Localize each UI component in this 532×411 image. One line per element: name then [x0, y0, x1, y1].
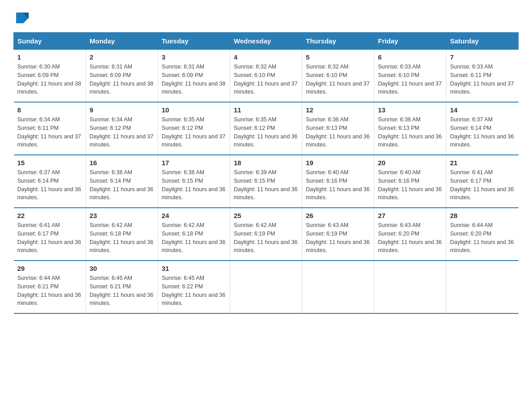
weekday-header-monday: Monday [86, 33, 158, 50]
calendar-cell: 17Sunrise: 6:38 AMSunset: 6:15 PMDayligh… [158, 155, 230, 208]
day-number: 20 [378, 159, 442, 167]
weekday-header-row: SundayMondayTuesdayWednesdayThursdayFrid… [14, 33, 519, 50]
calendar-cell: 21Sunrise: 6:41 AMSunset: 6:17 PMDayligh… [446, 155, 519, 208]
day-number: 30 [90, 265, 154, 272]
day-number: 29 [17, 265, 82, 272]
day-info: Sunrise: 6:42 AMSunset: 6:18 PMDaylight:… [90, 221, 154, 255]
calendar-week-row-2: 8Sunrise: 6:34 AMSunset: 6:11 PMDaylight… [14, 102, 519, 155]
day-number: 19 [306, 159, 370, 167]
calendar-cell: 5Sunrise: 6:32 AMSunset: 6:10 PMDaylight… [302, 50, 374, 103]
day-number: 1 [17, 53, 82, 61]
day-number: 17 [162, 159, 226, 167]
day-info: Sunrise: 6:34 AMSunset: 6:12 PMDaylight:… [90, 116, 154, 149]
day-number: 27 [378, 212, 442, 219]
day-info: Sunrise: 6:35 AMSunset: 6:12 PMDaylight:… [234, 116, 298, 149]
day-info: Sunrise: 6:43 AMSunset: 6:20 PMDaylight:… [378, 221, 442, 255]
day-number: 15 [17, 159, 82, 167]
calendar-week-row-5: 29Sunrise: 6:44 AMSunset: 6:21 PMDayligh… [14, 261, 519, 313]
weekday-header-tuesday: Tuesday [158, 33, 230, 50]
day-info: Sunrise: 6:44 AMSunset: 6:20 PMDaylight:… [450, 221, 515, 255]
day-info: Sunrise: 6:38 AMSunset: 6:15 PMDaylight:… [162, 168, 226, 202]
calendar-cell: 14Sunrise: 6:37 AMSunset: 6:14 PMDayligh… [446, 102, 519, 155]
calendar-cell [302, 261, 374, 313]
page-header [13, 9, 519, 25]
calendar-cell: 9Sunrise: 6:34 AMSunset: 6:12 PMDaylight… [86, 102, 158, 155]
weekday-header-saturday: Saturday [446, 33, 519, 50]
day-number: 26 [306, 212, 370, 219]
day-info: Sunrise: 6:30 AMSunset: 6:09 PMDaylight:… [17, 63, 82, 96]
day-info: Sunrise: 6:32 AMSunset: 6:10 PMDaylight:… [234, 63, 298, 96]
calendar-cell: 15Sunrise: 6:37 AMSunset: 6:14 PMDayligh… [14, 155, 86, 208]
day-number: 22 [17, 212, 82, 219]
day-number: 23 [90, 212, 154, 219]
calendar-cell: 13Sunrise: 6:36 AMSunset: 6:13 PMDayligh… [374, 102, 446, 155]
calendar-week-row-3: 15Sunrise: 6:37 AMSunset: 6:14 PMDayligh… [14, 155, 519, 208]
calendar-cell: 10Sunrise: 6:35 AMSunset: 6:12 PMDayligh… [158, 102, 230, 155]
day-info: Sunrise: 6:37 AMSunset: 6:14 PMDaylight:… [450, 116, 515, 149]
day-info: Sunrise: 6:31 AMSunset: 6:09 PMDaylight:… [90, 63, 154, 96]
day-info: Sunrise: 6:34 AMSunset: 6:11 PMDaylight:… [17, 116, 82, 149]
day-info: Sunrise: 6:40 AMSunset: 6:16 PMDaylight:… [306, 168, 370, 202]
calendar-cell: 2Sunrise: 6:31 AMSunset: 6:09 PMDaylight… [86, 50, 158, 103]
day-info: Sunrise: 6:42 AMSunset: 6:19 PMDaylight:… [234, 221, 298, 255]
day-number: 6 [378, 53, 442, 61]
day-info: Sunrise: 6:45 AMSunset: 6:22 PMDaylight:… [162, 274, 226, 308]
day-number: 8 [17, 106, 82, 114]
day-number: 11 [234, 106, 298, 114]
calendar-cell: 6Sunrise: 6:33 AMSunset: 6:10 PMDaylight… [374, 50, 446, 103]
day-number: 24 [162, 212, 226, 219]
calendar-week-row-1: 1Sunrise: 6:30 AMSunset: 6:09 PMDaylight… [14, 50, 519, 103]
day-number: 28 [450, 212, 515, 219]
weekday-header-sunday: Sunday [14, 33, 86, 50]
day-number: 31 [162, 265, 226, 272]
day-number: 21 [450, 159, 515, 167]
day-info: Sunrise: 6:37 AMSunset: 6:14 PMDaylight:… [17, 168, 82, 202]
day-number: 18 [234, 159, 298, 167]
day-number: 16 [90, 159, 154, 167]
calendar-cell: 24Sunrise: 6:42 AMSunset: 6:18 PMDayligh… [158, 208, 230, 261]
day-number: 10 [162, 106, 226, 114]
day-info: Sunrise: 6:33 AMSunset: 6:11 PMDaylight:… [450, 63, 515, 96]
calendar-cell: 1Sunrise: 6:30 AMSunset: 6:09 PMDaylight… [14, 50, 86, 103]
day-info: Sunrise: 6:42 AMSunset: 6:18 PMDaylight:… [162, 221, 226, 255]
calendar-cell: 16Sunrise: 6:38 AMSunset: 6:14 PMDayligh… [86, 155, 158, 208]
calendar-cell: 26Sunrise: 6:43 AMSunset: 6:19 PMDayligh… [302, 208, 374, 261]
calendar-cell: 7Sunrise: 6:33 AMSunset: 6:11 PMDaylight… [446, 50, 519, 103]
logo-icon [14, 9, 30, 25]
weekday-header-thursday: Thursday [302, 33, 374, 50]
calendar-cell: 12Sunrise: 6:36 AMSunset: 6:13 PMDayligh… [302, 102, 374, 155]
day-number: 12 [306, 106, 370, 114]
day-info: Sunrise: 6:36 AMSunset: 6:13 PMDaylight:… [378, 116, 442, 149]
day-info: Sunrise: 6:35 AMSunset: 6:12 PMDaylight:… [162, 116, 226, 149]
calendar-cell: 11Sunrise: 6:35 AMSunset: 6:12 PMDayligh… [230, 102, 302, 155]
day-number: 4 [234, 53, 298, 61]
day-number: 9 [90, 106, 154, 114]
calendar-cell: 3Sunrise: 6:31 AMSunset: 6:09 PMDaylight… [158, 50, 230, 103]
day-info: Sunrise: 6:44 AMSunset: 6:21 PMDaylight:… [17, 274, 82, 308]
day-info: Sunrise: 6:32 AMSunset: 6:10 PMDaylight:… [306, 63, 370, 96]
logo [13, 9, 31, 25]
calendar-week-row-4: 22Sunrise: 6:41 AMSunset: 6:17 PMDayligh… [14, 208, 519, 261]
calendar-cell: 28Sunrise: 6:44 AMSunset: 6:20 PMDayligh… [446, 208, 519, 261]
calendar-table: SundayMondayTuesdayWednesdayThursdayFrid… [13, 32, 519, 314]
day-number: 13 [378, 106, 442, 114]
calendar-cell: 27Sunrise: 6:43 AMSunset: 6:20 PMDayligh… [374, 208, 446, 261]
calendar-cell: 25Sunrise: 6:42 AMSunset: 6:19 PMDayligh… [230, 208, 302, 261]
day-number: 2 [90, 53, 154, 61]
day-info: Sunrise: 6:41 AMSunset: 6:17 PMDaylight:… [450, 168, 515, 202]
day-info: Sunrise: 6:33 AMSunset: 6:10 PMDaylight:… [378, 63, 442, 96]
day-info: Sunrise: 6:31 AMSunset: 6:09 PMDaylight:… [162, 63, 226, 96]
weekday-header-wednesday: Wednesday [230, 33, 302, 50]
calendar-cell: 31Sunrise: 6:45 AMSunset: 6:22 PMDayligh… [158, 261, 230, 313]
calendar-cell: 22Sunrise: 6:41 AMSunset: 6:17 PMDayligh… [14, 208, 86, 261]
calendar-cell: 30Sunrise: 6:45 AMSunset: 6:21 PMDayligh… [86, 261, 158, 313]
calendar-cell: 19Sunrise: 6:40 AMSunset: 6:16 PMDayligh… [302, 155, 374, 208]
calendar-cell: 8Sunrise: 6:34 AMSunset: 6:11 PMDaylight… [14, 102, 86, 155]
calendar-cell [446, 261, 519, 313]
calendar-cell: 18Sunrise: 6:39 AMSunset: 6:15 PMDayligh… [230, 155, 302, 208]
day-number: 14 [450, 106, 515, 114]
day-info: Sunrise: 6:36 AMSunset: 6:13 PMDaylight:… [306, 116, 370, 149]
weekday-header-friday: Friday [374, 33, 446, 50]
day-info: Sunrise: 6:45 AMSunset: 6:21 PMDaylight:… [90, 274, 154, 308]
calendar-cell: 4Sunrise: 6:32 AMSunset: 6:10 PMDaylight… [230, 50, 302, 103]
